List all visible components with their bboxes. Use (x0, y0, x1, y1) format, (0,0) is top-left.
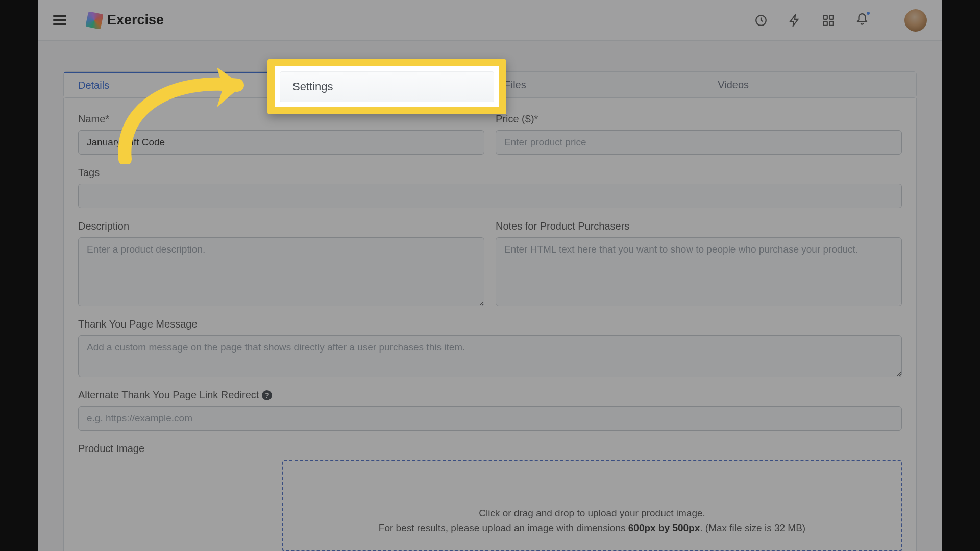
topbar-icons (754, 9, 927, 32)
tab-videos[interactable]: Videos (703, 72, 916, 97)
tags-label: Tags (78, 167, 902, 179)
name-input[interactable] (78, 130, 484, 155)
svg-rect-1 (823, 15, 827, 19)
hamburger-menu-icon[interactable] (53, 13, 66, 28)
topbar: Exercise (38, 0, 942, 41)
dropzone-line1: Click or drag and drop to upload your pr… (479, 506, 705, 521)
description-label: Description (78, 220, 484, 232)
name-label: Name* (78, 113, 484, 125)
tab-files[interactable]: Files (491, 72, 704, 97)
tab-label: Files (505, 79, 526, 91)
tab-label: Videos (718, 79, 749, 91)
price-input[interactable] (496, 130, 902, 155)
tags-input[interactable] (78, 184, 902, 208)
highlight-settings-label: Settings (280, 71, 494, 102)
price-label: Price ($)* (496, 113, 902, 125)
notes-textarea[interactable] (496, 237, 902, 306)
help-icon[interactable]: ? (262, 390, 272, 400)
brand[interactable]: Exercise (87, 12, 164, 28)
brand-logo-icon (85, 11, 104, 30)
grid-icon[interactable] (822, 14, 835, 27)
clock-icon[interactable] (754, 14, 768, 27)
product-image-label: Product Image (78, 443, 902, 455)
tab-label: Details (78, 80, 109, 91)
thankyou-label: Thank You Page Message (78, 318, 902, 330)
dropzone-line2a: For best results, please upload an image… (379, 522, 628, 533)
dropzone-line2: For best results, please upload an image… (379, 521, 805, 536)
notes-label: Notes for Product Purchasers (496, 220, 902, 232)
svg-rect-4 (829, 21, 834, 26)
description-textarea[interactable] (78, 237, 484, 306)
svg-rect-2 (829, 15, 834, 19)
redirect-label-text: Alternate Thank You Page Link Redirect (78, 389, 259, 401)
dropzone-line2b: 600px by 500px (628, 522, 700, 533)
content: Details Settings Files Videos Name* Pric… (38, 41, 942, 551)
redirect-input[interactable] (78, 406, 902, 431)
highlight-settings-callout: Settings (267, 59, 506, 114)
svg-rect-3 (823, 21, 827, 26)
lightning-icon[interactable] (788, 14, 801, 27)
brand-name: Exercise (107, 12, 164, 28)
avatar[interactable] (904, 9, 927, 32)
dropzone-line2c: . (Max file size is 32 MB) (700, 522, 805, 533)
form-panel: Name* Price ($)* Tags Description (63, 98, 917, 551)
product-image-dropzone[interactable]: Click or drag and drop to upload your pr… (282, 460, 902, 551)
tab-details[interactable]: Details (64, 72, 277, 97)
thankyou-textarea[interactable] (78, 335, 902, 377)
redirect-label: Alternate Thank You Page Link Redirect ? (78, 389, 902, 401)
notification-dot-icon (866, 11, 871, 16)
